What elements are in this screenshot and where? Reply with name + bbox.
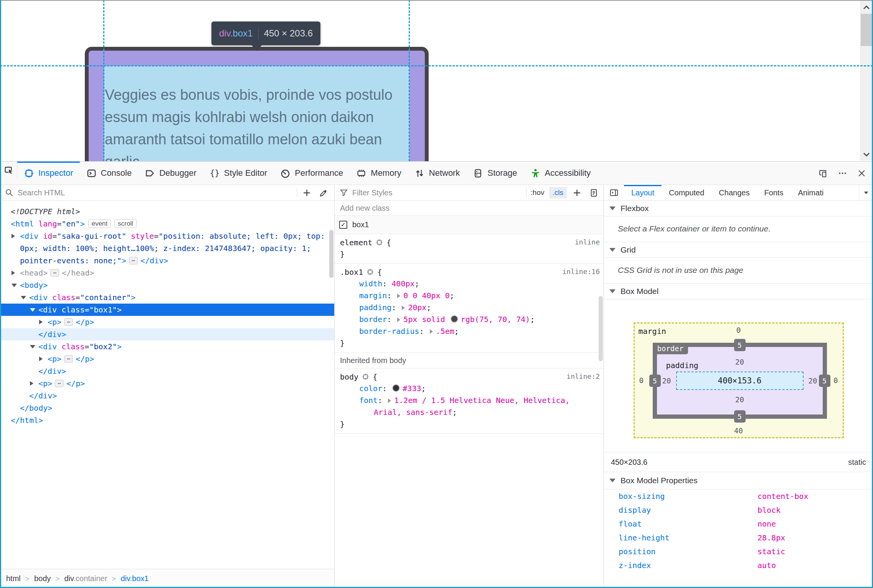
css-declaration[interactable]: font: 1.2em / 1.5 Helvetica Neue, Helvet… bbox=[340, 395, 600, 418]
flexbox-section-header[interactable]: Flexbox bbox=[604, 201, 873, 216]
sidebar-tab-fonts[interactable]: Fonts bbox=[757, 185, 790, 200]
dom-tree-line[interactable]: <p>⋯</p> bbox=[0, 377, 334, 390]
tab-performance[interactable]: Performance bbox=[274, 162, 350, 185]
event-badge[interactable]: event bbox=[88, 219, 111, 228]
dom-tree-line[interactable]: <div class="box1"> bbox=[0, 304, 334, 316]
collapse-arrow-icon[interactable] bbox=[12, 284, 17, 287]
breadcrumb-item[interactable]: body bbox=[34, 574, 51, 583]
dom-tree-line[interactable]: </div> bbox=[0, 390, 334, 402]
breadcrumb-item[interactable]: div.container bbox=[64, 574, 107, 583]
padding-right-value[interactable]: 20 bbox=[809, 377, 817, 385]
padding-bottom-value[interactable]: 20 bbox=[735, 395, 744, 404]
property-name[interactable]: box-sizing bbox=[619, 492, 757, 501]
selector-highlighter-icon[interactable] bbox=[362, 373, 369, 380]
add-rule-icon[interactable] bbox=[568, 184, 585, 201]
border-bottom-value[interactable]: 5 bbox=[734, 410, 746, 423]
class-checkbox[interactable]: ✓ bbox=[339, 221, 347, 229]
tab-inspector[interactable]: Inspector bbox=[17, 162, 80, 185]
collapse-arrow-icon[interactable] bbox=[30, 308, 35, 312]
selector-highlighter-icon[interactable] bbox=[366, 268, 374, 276]
responsive-mode-icon[interactable] bbox=[815, 165, 832, 182]
page-scrollbar[interactable] bbox=[860, 1, 872, 160]
sidebar-toggle-icon[interactable] bbox=[604, 185, 624, 200]
dom-tree-line[interactable]: <body> bbox=[0, 279, 334, 291]
menu-icon[interactable] bbox=[834, 165, 851, 182]
css-declaration[interactable]: color: #333; bbox=[340, 383, 600, 395]
scroll-up-icon[interactable] bbox=[862, 3, 871, 12]
inline-ellipsis-badge[interactable]: ⋯ bbox=[64, 318, 73, 326]
css-declaration[interactable]: border: 5px solid rgb(75, 70, 74); bbox=[340, 314, 600, 325]
dom-tree-line[interactable]: </html> bbox=[0, 414, 334, 426]
dom-tree-line[interactable]: </div> bbox=[0, 328, 334, 340]
property-name[interactable]: position bbox=[619, 547, 757, 556]
expand-arrow-icon[interactable] bbox=[39, 357, 43, 361]
property-name[interactable]: float bbox=[619, 519, 757, 529]
scroll-down-icon[interactable] bbox=[862, 150, 871, 159]
selector-highlighter-icon[interactable] bbox=[376, 239, 383, 246]
border-right-value[interactable]: 5 bbox=[819, 375, 830, 387]
tab-accessibility[interactable]: Accessibility bbox=[524, 162, 597, 185]
rule-source-link[interactable]: inline:16 bbox=[562, 268, 600, 276]
toggle-classes-button[interactable]: .cls bbox=[549, 187, 567, 198]
css-declaration[interactable]: margin: 0 0 40px 0; bbox=[340, 290, 600, 302]
expand-arrow-icon[interactable] bbox=[39, 320, 43, 324]
box-model-margin-layer[interactable]: margin 0 40 0 0 border padding 20 20 20 bbox=[634, 322, 844, 438]
css-declaration[interactable]: padding: 20px; bbox=[340, 302, 600, 314]
inline-ellipsis-badge[interactable]: ⋯ bbox=[64, 355, 73, 363]
margin-right-value[interactable]: 0 bbox=[833, 376, 838, 385]
margin-top-value[interactable]: 0 bbox=[736, 326, 741, 334]
eyedropper-icon[interactable] bbox=[315, 184, 332, 201]
padding-left-value[interactable]: 20 bbox=[662, 377, 671, 385]
collapse-arrow-icon[interactable] bbox=[30, 345, 35, 349]
expand-value-icon[interactable] bbox=[402, 306, 405, 310]
expand-arrow-icon[interactable] bbox=[30, 381, 33, 386]
tab-memory[interactable]: Memory bbox=[350, 162, 408, 185]
margin-bottom-value[interactable]: 40 bbox=[734, 426, 743, 435]
styles-scrollbar-thumb[interactable] bbox=[599, 296, 603, 361]
sidebar-tab-changes[interactable]: Changes bbox=[711, 185, 757, 200]
dom-tree-line[interactable]: <p>⋯</p> bbox=[0, 353, 334, 365]
sidebar-tab-animati[interactable]: Animati bbox=[790, 185, 831, 200]
rule-source-link[interactable]: inline bbox=[575, 238, 600, 246]
border-top-value[interactable]: 5 bbox=[734, 339, 746, 351]
dom-tree-line[interactable]: <!DOCTYPE html> bbox=[0, 205, 334, 218]
margin-left-value[interactable]: 0 bbox=[639, 376, 644, 385]
css-declaration[interactable]: width: 400px; bbox=[340, 278, 600, 290]
dom-tree-line[interactable]: 0px; width: 100%; height…100%; z-index: … bbox=[0, 242, 334, 254]
all-tabs-dropdown-icon[interactable] bbox=[859, 185, 873, 200]
print-media-icon[interactable] bbox=[585, 184, 602, 201]
rule-source-link[interactable]: inline:2 bbox=[566, 372, 600, 380]
scrollbar-thumb[interactable] bbox=[861, 14, 872, 46]
close-icon[interactable] bbox=[853, 165, 870, 182]
grid-section-header[interactable]: Grid bbox=[604, 242, 873, 258]
property-name[interactable]: display bbox=[619, 505, 757, 515]
expand-arrow-icon[interactable] bbox=[12, 234, 15, 238]
color-swatch[interactable] bbox=[392, 384, 400, 392]
add-new-class-input[interactable] bbox=[339, 203, 599, 213]
dom-tree-line[interactable]: <div class="box2"> bbox=[0, 340, 334, 353]
expand-value-icon[interactable] bbox=[388, 398, 391, 403]
dom-tree-line[interactable]: </div> bbox=[0, 365, 334, 377]
box-model-section-header[interactable]: Box Model bbox=[604, 284, 873, 299]
breadcrumb-item[interactable]: div.box1 bbox=[120, 574, 149, 583]
padding-top-value[interactable]: 20 bbox=[735, 358, 744, 366]
rule-selector[interactable]: element bbox=[340, 238, 372, 247]
expand-value-icon[interactable] bbox=[397, 294, 400, 298]
dom-tree-line[interactable]: <p>⋯</p> bbox=[0, 316, 334, 328]
inline-ellipsis-badge[interactable]: ⋯ bbox=[129, 257, 138, 264]
tab-debugger[interactable]: Debugger bbox=[138, 162, 203, 185]
breadcrumb-item[interactable]: html bbox=[6, 574, 21, 583]
dom-tree-line[interactable]: <head>⋯</head> bbox=[0, 267, 334, 279]
dom-tree-line[interactable]: </body> bbox=[0, 402, 334, 414]
dom-tree-line[interactable]: <html lang="en">eventscroll bbox=[0, 218, 334, 230]
node-picker-icon[interactable] bbox=[0, 162, 17, 178]
tab-style-editor[interactable]: {}Style Editor bbox=[203, 162, 274, 185]
tab-console[interactable]: Console bbox=[80, 162, 139, 185]
dom-tree-line[interactable]: <div id="saka-gui-root" style="position:… bbox=[0, 230, 334, 242]
border-left-value[interactable]: 5 bbox=[649, 375, 661, 387]
add-node-icon[interactable] bbox=[298, 184, 315, 201]
filter-styles-input[interactable] bbox=[352, 188, 525, 198]
tab-network[interactable]: Network bbox=[408, 162, 467, 185]
scroll-badge[interactable]: scroll bbox=[114, 219, 137, 228]
inline-ellipsis-badge[interactable]: ⋯ bbox=[50, 269, 59, 277]
